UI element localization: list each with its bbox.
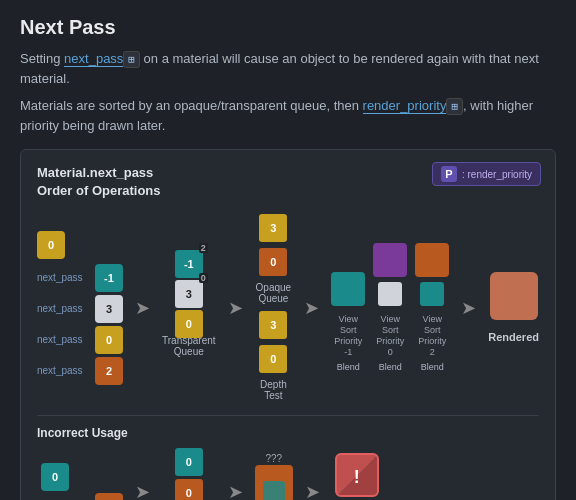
next-pass-link-1[interactable]: next_pass: [64, 51, 123, 67]
arrow-2: ➤: [228, 297, 243, 319]
cube-0-top: 0: [37, 231, 65, 259]
question-marks: ???: [265, 453, 282, 464]
transparent-queue-box: -1 2 3 0 0 TransparentQueue: [162, 259, 216, 357]
transparent-queue-label: TransparentQueue: [162, 335, 216, 357]
incorrect-arrow-3: ➤: [305, 481, 320, 500]
blend-label-2: Blend: [379, 362, 402, 372]
rp-p-icon: P: [441, 166, 457, 182]
rendered-label: Rendered: [488, 331, 539, 343]
next-pass-badge-1: ⊞: [123, 51, 140, 68]
incorrect-arrow-2: ➤: [228, 481, 243, 500]
intro-paragraph-2: Materials are sorted by an opaque/transp…: [20, 96, 556, 135]
incorrect-transparent-queue: 0 0 Transparent Queue: [162, 448, 216, 500]
arrow-3: ➤: [304, 297, 319, 319]
intro-paragraph-1: Setting next_pass⊞ on a material will ca…: [20, 49, 556, 88]
depth-test-box: 3 0 Depth Test: [255, 311, 293, 401]
pass-chain: 0 next_pass -1 next_pass 3 next_pass 0: [37, 231, 123, 385]
priority-label-neg1: View Sort Priority -1: [331, 314, 365, 357]
render-priority-link-1[interactable]: render_priority: [363, 98, 447, 114]
priority-label-2: View Sort Priority 2: [415, 314, 449, 357]
main-flow-row: 0 next_pass -1 next_pass 3 next_pass 0: [37, 214, 539, 401]
arrow-4: ➤: [461, 297, 476, 319]
diagram-divider: [37, 415, 539, 416]
incorrect-title: Incorrect Usage: [37, 426, 539, 440]
depth-test-label: Depth Test: [255, 379, 293, 401]
priority-group-0: View Sort Priority 0 Blend: [373, 243, 407, 372]
pass-row-4: next_pass 2: [37, 357, 123, 385]
pass-row-2: next_pass 3: [37, 295, 123, 323]
render-priority-badge-box: P : render_priority: [432, 162, 541, 186]
page-title: Next Pass: [20, 16, 556, 39]
blend-label-3: Blend: [421, 362, 444, 372]
opaque-queue-box: 3 0 Opaque Queue: [255, 214, 293, 304]
incorrect-pass-row: next_pass 0: [37, 493, 123, 500]
incorrect-flow: 0 next_pass 0 ➤ 0 0 Transparent Queue: [37, 448, 539, 500]
arrow-1: ➤: [135, 297, 150, 319]
pass-row-3: next_pass 0: [37, 326, 123, 354]
main-diagram: Material.next_pass Order of Operations P…: [20, 149, 556, 500]
rendered-box: Rendered: [488, 272, 539, 343]
incorrect-priority-group: ??? View Sort Priority 0: [255, 451, 293, 500]
priority-group-neg1: View Sort Priority -1 Blend: [331, 272, 365, 372]
priority-group-2: View Sort Priority 2 Blend: [415, 243, 449, 372]
rp-label: : render_priority: [462, 169, 532, 180]
incorrect-arrow-1: ➤: [135, 481, 150, 500]
priority-label-0: View Sort Priority 0: [373, 314, 407, 357]
render-priority-badge-1: ⊞: [446, 98, 463, 115]
blend-label-1: Blend: [337, 362, 360, 372]
rendering-errors-box: ! Rendering Errors: [332, 453, 381, 500]
pass-row-1: next_pass -1: [37, 264, 123, 292]
opaque-queue-label: Opaque Queue: [255, 282, 293, 304]
